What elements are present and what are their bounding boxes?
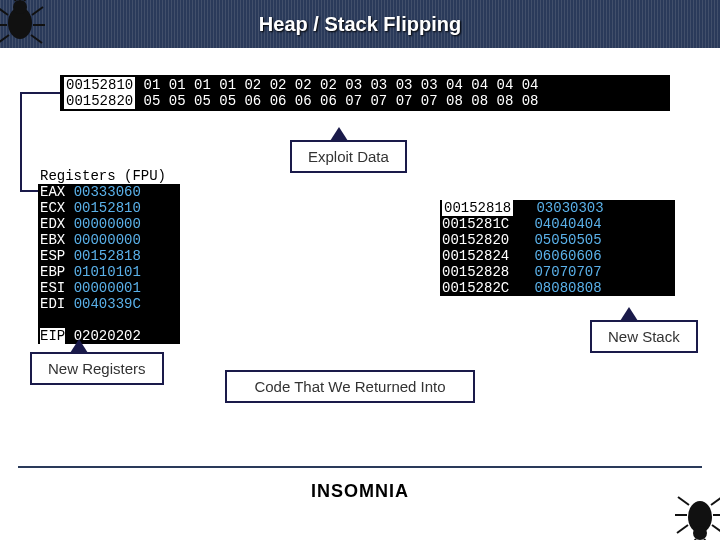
stack-address: 0015281C — [442, 216, 509, 232]
callout-exploit-data: Exploit Data — [290, 140, 407, 173]
bug-icon — [0, 0, 45, 45]
callout-pointer-icon — [70, 339, 88, 353]
hexdump-address: 00152810 — [64, 77, 135, 93]
connector-line — [20, 92, 60, 94]
register-name: EDX — [40, 216, 65, 232]
stack-value: 07070707 — [534, 264, 601, 280]
registers-header: Registers (FPU) — [38, 168, 180, 184]
register-name: ECX — [40, 200, 65, 216]
footer-logo: INSOMNIA — [0, 481, 720, 502]
hexdump-panel: 00152810 01 01 01 01 02 02 02 02 03 03 0… — [60, 75, 670, 111]
register-name: EAX — [40, 184, 65, 200]
stack-address: 00152824 — [442, 248, 509, 264]
hexdump-row: 00152810 01 01 01 01 02 02 02 02 03 03 0… — [64, 77, 666, 93]
svg-line-6 — [0, 35, 9, 43]
stack-row: 00152818 03030303 — [440, 200, 675, 216]
register-value: 00000001 — [74, 280, 141, 296]
svg-line-2 — [0, 7, 8, 15]
stack-row: 00152828 07070707 — [440, 264, 675, 280]
register-value: 0040339C — [74, 296, 141, 312]
svg-line-3 — [32, 7, 43, 15]
stack-value: 03030303 — [536, 200, 603, 216]
connector-line — [20, 190, 38, 192]
svg-line-13 — [677, 525, 688, 533]
callout-pointer-icon — [330, 127, 348, 141]
hexdump-address: 00152820 — [64, 93, 135, 109]
register-name: EDI — [40, 296, 65, 312]
register-value: 01010101 — [74, 264, 141, 280]
register-row: EBP 01010101 — [38, 264, 180, 280]
register-row: EBX 00000000 — [38, 232, 180, 248]
stack-panel: 00152818 030303030015281C 04040404001528… — [440, 200, 675, 296]
register-name: ESI — [40, 280, 65, 296]
svg-point-1 — [13, 0, 27, 14]
register-value: 00000000 — [74, 232, 141, 248]
stack-address: 00152828 — [442, 264, 509, 280]
registers-panel: Registers (FPU)EAX 00333060ECX 00152810E… — [38, 168, 180, 344]
register-row-eip: EIP 02020202 — [38, 328, 180, 344]
svg-point-11 — [693, 526, 707, 540]
callout-new-stack: New Stack — [590, 320, 698, 353]
stack-row: 00152820 05050505 — [440, 232, 675, 248]
svg-line-9 — [24, 0, 29, 1]
stack-address: 0015282C — [442, 280, 509, 296]
register-name: EBX — [40, 232, 65, 248]
register-value: 00333060 — [74, 184, 141, 200]
register-row: EAX 00333060 — [38, 184, 180, 200]
register-name: EIP — [40, 328, 65, 344]
register-value: 00152818 — [74, 248, 141, 264]
hexdump-row: 00152820 05 05 05 05 06 06 06 06 07 07 0… — [64, 93, 666, 109]
svg-line-12 — [712, 525, 720, 533]
connector-line — [20, 92, 22, 190]
register-value: 00152810 — [74, 200, 141, 216]
register-row: ECX 00152810 — [38, 200, 180, 216]
footer-divider — [18, 466, 702, 468]
stack-value: 04040404 — [534, 216, 601, 232]
register-row: ESP 00152818 — [38, 248, 180, 264]
register-name: EBP — [40, 264, 65, 280]
slide-title: Heap / Stack Flipping — [259, 13, 461, 36]
register-row: EDX 00000000 — [38, 216, 180, 232]
hexdump-bytes: 01 01 01 01 02 02 02 02 03 03 03 03 04 0… — [135, 77, 538, 93]
register-row: EDI 0040339C — [38, 296, 180, 312]
stack-row: 0015282C 08080808 — [440, 280, 675, 296]
stack-row: 0015281C 04040404 — [440, 216, 675, 232]
register-gap — [38, 312, 180, 328]
stack-value: 06060606 — [534, 248, 601, 264]
callout-pointer-icon — [620, 307, 638, 321]
callout-new-registers: New Registers — [30, 352, 164, 385]
svg-line-7 — [31, 35, 42, 43]
stack-address: 00152818 — [442, 200, 513, 216]
svg-line-8 — [11, 0, 16, 1]
stack-address: 00152820 — [442, 232, 509, 248]
register-name: ESP — [40, 248, 65, 264]
stack-value: 05050505 — [534, 232, 601, 248]
slide-header: Heap / Stack Flipping — [0, 0, 720, 48]
callout-code-returned: Code That We Returned Into — [225, 370, 475, 403]
register-row: ESI 00000001 — [38, 280, 180, 296]
stack-row: 00152824 06060606 — [440, 248, 675, 264]
stack-value: 08080808 — [534, 280, 601, 296]
hexdump-bytes: 05 05 05 05 06 06 06 06 07 07 07 07 08 0… — [135, 93, 538, 109]
register-value: 00000000 — [74, 216, 141, 232]
